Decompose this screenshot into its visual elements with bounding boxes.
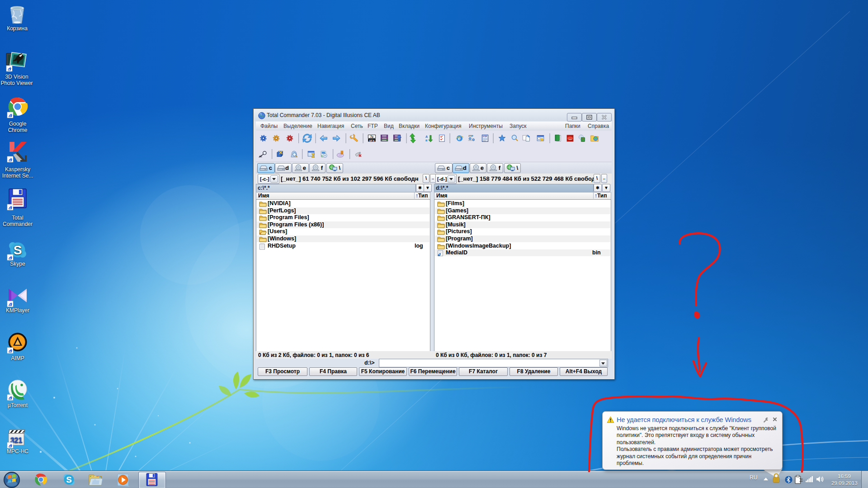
svg-text:я: я — [425, 138, 427, 142]
svg-text:SFX: SFX — [369, 139, 375, 142]
svg-text:7z: 7z — [370, 135, 374, 138]
svg-text:S: S — [14, 243, 22, 257]
svg-text:C: C — [262, 114, 264, 118]
svg-text:S: S — [66, 475, 72, 484]
svg-text:FTP: FTP — [468, 135, 473, 137]
svg-text:FTP: FTP — [483, 136, 487, 138]
